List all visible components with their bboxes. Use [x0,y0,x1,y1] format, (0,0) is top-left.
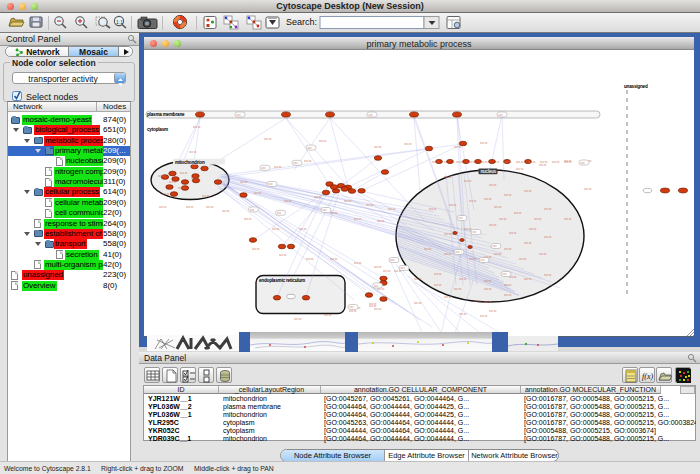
svg-text:f(x): f(x) [642,372,653,381]
svg-text:xxx xx: xxx xx [504,248,512,251]
svg-text:xxx: xxx [374,285,379,288]
svg-text:xxx xx: xxx xx [504,294,512,297]
svg-text:xxx: xxx [350,306,355,309]
svg-text:unassigned: unassigned [624,84,648,89]
svg-text:nucleus: nucleus [481,169,497,174]
svg-text:xxx xx: xxx xx [489,224,497,227]
svg-text:xxx xx: xxx xx [539,164,547,167]
svg-text:xxx xx: xxx xx [354,262,362,265]
svg-text:xxx xx: xxx xx [294,318,302,321]
svg-text:Search:: Search: [286,17,317,27]
svg-text:xxx xx: xxx xx [330,258,338,261]
svg-text:xxx xx: xxx xx [524,190,532,193]
svg-text:xxx: xxx [369,114,374,117]
svg-text:xxx xx: xxx xx [374,266,382,269]
svg-text:xxx: xxx [250,209,255,212]
svg-text:xxx xx: xxx xx [516,168,524,171]
svg-text:xxx xx: xxx xx [377,288,385,291]
svg-text:xxx xx: xxx xx [459,278,467,281]
svg-text:xxx xx: xxx xx [186,206,194,209]
svg-text:xxx xx: xxx xx [480,161,488,164]
svg-text:xxx xx: xxx xx [354,218,362,221]
svg-text:xxx xx: xxx xx [349,310,357,313]
svg-text:xxx xx: xxx xx [178,187,186,190]
svg-text:xxx xx: xxx xx [444,176,452,179]
svg-text:xxx xx: xxx xx [444,233,452,236]
svg-text:xxx xx: xxx xx [244,218,252,221]
svg-text:xxx xx: xxx xx [529,228,537,231]
svg-text:xxx: xxx [503,273,508,276]
svg-text:xxx xx: xxx xx [240,181,248,184]
svg-text:xxx xx: xxx xx [374,146,382,149]
svg-text:xxx xx: xxx xx [514,212,522,215]
svg-text:xxx xx: xxx xx [434,284,442,287]
svg-text:xxx xx: xxx xx [494,206,502,209]
svg-text:xxx xx: xxx xx [456,161,464,164]
svg-text:xxx xx: xxx xx [424,248,432,251]
svg-text:xxx xx: xxx xx [377,220,385,223]
svg-text:xxx xx: xxx xx [383,270,391,273]
svg-text:xxx xx: xxx xx [494,253,502,256]
svg-text:xxx xx: xxx xx [528,161,536,164]
svg-text:xxx xx: xxx xx [504,161,512,164]
svg-text:xxx xx: xxx xx [480,315,488,318]
svg-text:xxx xx: xxx xx [434,273,442,276]
svg-text:xxx xx: xxx xx [584,188,592,191]
svg-text:endoplasmic reticulum: endoplasmic reticulum [259,278,305,283]
svg-text:xxx xx: xxx xx [564,218,572,221]
svg-text:xxx: xxx [481,259,486,262]
svg-text:xxx xx: xxx xx [534,218,542,221]
svg-text:xxx: xxx [499,114,504,117]
svg-text:xxx xx: xxx xx [158,175,166,178]
svg-text:xxx xx: xxx xx [369,303,377,306]
svg-text:mitochondrion: mitochondrion [175,160,205,165]
svg-text:xxx xx: xxx xx [469,200,477,203]
svg-text:xxx xx: xxx xx [344,200,352,203]
svg-text:xxx xx: xxx xx [388,208,396,211]
svg-text:xxx xx: xxx xx [444,253,452,256]
svg-text:xxx xx: xxx xx [274,166,282,169]
svg-text:xxx xx: xxx xx [469,258,477,261]
svg-text:xxx xx: xxx xx [499,218,507,221]
svg-text:xxx xx: xxx xx [180,172,188,175]
svg-text:xxx xx: xxx xx [429,208,437,211]
svg-text:xxx xx: xxx xx [304,160,312,163]
svg-text:xxx xx: xxx xx [484,301,492,304]
svg-text:xxx xx: xxx xx [454,288,462,291]
svg-text:xxx xx: xxx xx [319,140,327,143]
svg-text:xxx: xxx [262,167,267,170]
svg-text:xxx xx: xxx xx [432,161,440,164]
svg-text:xxx xx: xxx xx [193,126,201,129]
svg-text:xxx xx: xxx xx [504,284,512,287]
svg-text:xxx xx: xxx xx [324,314,332,317]
svg-text:xxx xx: xxx xx [189,151,197,154]
svg-text:xxx: xxx [493,245,498,248]
svg-text:xxx xx: xxx xx [484,288,492,291]
svg-text:xxx: xxx [323,209,328,212]
svg-text:xxx xx: xxx xx [544,274,552,277]
svg-text:xxx xx: xxx xx [314,196,322,199]
svg-text:xxx xx: xxx xx [454,146,462,149]
svg-text:xxx xx: xxx xx [159,206,167,209]
svg-text:xxx xx: xxx xx [222,210,230,213]
svg-text:xxx: xxx [456,251,461,254]
svg-text:xxx xx: xxx xx [444,296,452,299]
svg-text:xxx xx: xxx xx [299,228,307,231]
svg-text:xxx xx: xxx xx [264,138,272,141]
svg-text:xxx xx: xxx xx [509,232,517,235]
svg-text:xxx xx: xxx xx [414,302,422,305]
svg-text:xxx xx: xxx xx [459,313,467,316]
svg-text:xxx xx: xxx xx [474,300,482,303]
svg-text:xxx xx: xxx xx [552,161,560,164]
svg-text:xxx xx: xxx xx [509,276,517,279]
svg-text:xxx xx: xxx xx [504,194,512,197]
svg-text:xxx xx: xxx xx [279,254,287,257]
svg-text:xxx xx: xxx xx [539,253,547,256]
svg-text:xxx: xxx [473,231,478,234]
svg-text:cytoplasm: cytoplasm [147,127,168,132]
svg-text:xxx xx: xxx xx [489,310,497,313]
svg-text:Select nodes: Select nodes [26,92,79,102]
svg-text:xxx xx: xxx xx [516,161,524,164]
svg-text:xxx xx: xxx xx [464,180,472,183]
svg-text:xxx xx: xxx xx [252,248,260,251]
